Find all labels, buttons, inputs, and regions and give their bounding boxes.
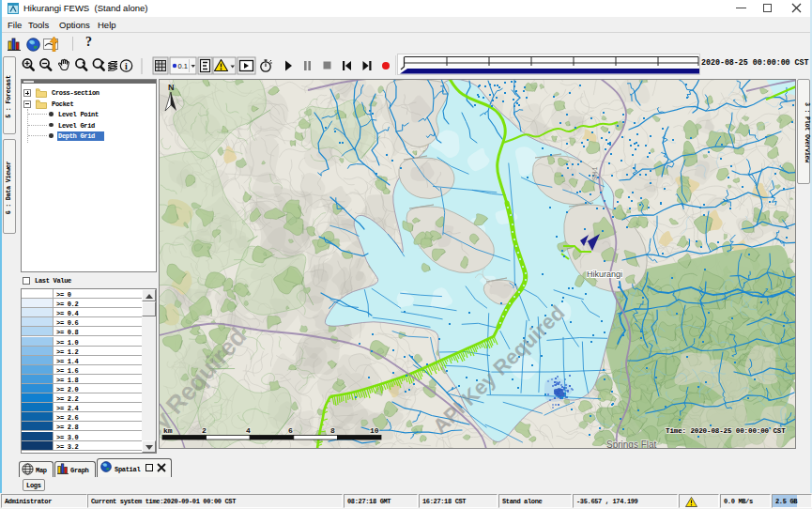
svg-text:0.1: 0.1 [178, 62, 188, 70]
svg-text:8: 8 [330, 426, 335, 435]
svg-text:SH 1: SH 1 [591, 166, 598, 180]
svg-text:10: 10 [370, 426, 379, 435]
svg-text:4: 4 [246, 426, 251, 435]
svg-text:km: km [163, 426, 173, 435]
svg-text:Time: 2020-08-25 00:00:00 CST: Time: 2020-08-25 00:00:00 CST [666, 427, 786, 435]
svg-text:Hikurangi: Hikurangi [587, 270, 622, 279]
svg-text:N: N [168, 83, 175, 92]
svg-text:6: 6 [288, 426, 293, 435]
svg-text:i: i [125, 61, 128, 71]
svg-text:Springs Flat: Springs Flat [606, 440, 657, 448]
svg-text:2: 2 [202, 426, 207, 435]
